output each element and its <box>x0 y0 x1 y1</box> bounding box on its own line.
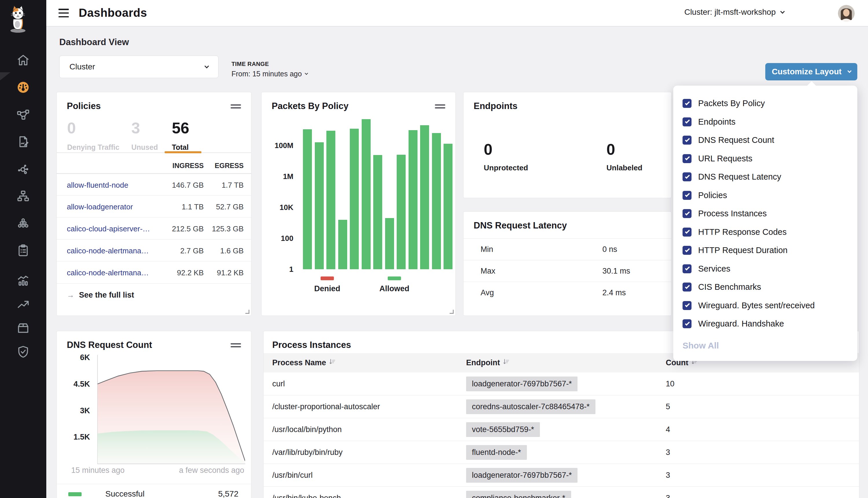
dropdown-item-label: Process Instances <box>698 209 767 218</box>
dns-legend-row: Successful 5,572 <box>57 484 251 498</box>
sort-icon <box>328 358 336 368</box>
bar-allowed-9 <box>409 130 417 270</box>
time-range-label: TIME RANGE <box>232 61 308 67</box>
drag-handle-icon[interactable] <box>231 104 241 110</box>
time-range-control: TIME RANGE From: 15 minutes ago <box>232 61 308 78</box>
policy-link[interactable]: calico-node-alertmana… <box>67 268 149 277</box>
checkbox-checked[interactable] <box>683 209 691 218</box>
dropdown-item-dns-request-count[interactable]: DNS Request Count <box>673 131 857 149</box>
customize-layout-label: Customize Layout <box>772 67 841 76</box>
cluster-switcher[interactable]: Cluster: jlt-msft-workshop <box>684 8 784 17</box>
policies-table: allow-fluentd-node 146.7 GB 1.7 TBallow-… <box>57 173 251 283</box>
col-header-process-name[interactable]: Process Name <box>272 358 336 368</box>
hamburger-menu-icon[interactable] <box>59 8 69 18</box>
sidebar-item-network-sets[interactable] <box>0 161 46 177</box>
dashboard-view-select[interactable]: Cluster <box>59 55 218 78</box>
checkbox-checked[interactable] <box>683 246 691 255</box>
dropdown-item-packets-by-policy[interactable]: Packets By Policy <box>673 94 857 113</box>
sidebar-item-dashboards[interactable] <box>0 79 46 95</box>
checkbox-checked[interactable] <box>683 117 691 126</box>
sidebar-item-service-graph[interactable] <box>0 106 46 123</box>
customize-layout-button[interactable]: Customize Layout <box>765 63 857 80</box>
policy-ingress-value: 146.7 GB <box>172 181 204 190</box>
dropdown-item-process-instances[interactable]: Process Instances <box>673 205 857 223</box>
checkbox-checked[interactable] <box>683 154 691 163</box>
bar-allowed-4 <box>350 129 359 269</box>
dropdown-item-cis-benchmarks[interactable]: CIS Benchmarks <box>673 278 857 297</box>
see-full-list-link[interactable]: → See the full list <box>67 291 134 300</box>
policy-egress-value: 52.7 GB <box>216 202 244 211</box>
y-tick-label: 1 <box>261 265 294 274</box>
checkbox-checked[interactable] <box>683 99 691 108</box>
time-range-value[interactable]: From: 15 minutes ago <box>232 70 308 78</box>
checkbox-checked[interactable] <box>683 301 691 310</box>
checkmark-icon <box>685 266 690 271</box>
endpoint-cell: loadgenerator-7697bb7567-* <box>466 377 578 391</box>
dropdown-item-wireguard-handshake[interactable]: Wireguard. Handshake <box>673 315 857 333</box>
drag-handle-icon[interactable] <box>231 343 241 349</box>
bar-allowed-2 <box>326 131 335 269</box>
sidebar-item-image-assurance[interactable] <box>0 320 46 336</box>
policy-ingress-value: 2.7 GB <box>180 246 204 255</box>
policies-stat-total[interactable]: 56Total <box>172 120 189 152</box>
y-tick-label: 100 <box>261 234 294 243</box>
col-header-endpoint[interactable]: Endpoint <box>466 358 510 368</box>
col-header-endpoint-label: Endpoint <box>466 358 500 367</box>
dropdown-item-policies[interactable]: Policies <box>673 186 857 205</box>
dropdown-item-label: DNS Request Latency <box>698 172 781 182</box>
endpoints-card: Endpoints 0Unprotected0Unlabeled <box>463 92 672 198</box>
workloads-icon <box>16 216 30 230</box>
process-table-body: curl loadgenerator-7697bb7567-* 10/clust… <box>263 372 859 498</box>
legend-item-denied: Denied <box>304 276 350 293</box>
policy-link[interactable]: allow-fluentd-node <box>67 181 128 190</box>
process-name-cell: /usr/bin/curl <box>272 471 313 480</box>
policy-link[interactable]: calico-node-alertmana… <box>67 246 149 255</box>
sidebar-item-home[interactable] <box>0 52 46 68</box>
dropdown-item-endpoints[interactable]: Endpoints <box>673 113 857 131</box>
legend-swatch <box>321 276 334 280</box>
endpoint-chip: compliance-benchmarker-* <box>466 491 571 498</box>
page-title: Dashboards <box>79 6 147 19</box>
dropdown-item-http-request-duration[interactable]: HTTP Request Duration <box>673 241 857 260</box>
endpoint-chip: coredns-autoscaler-7c88465478-* <box>466 399 595 414</box>
dropdown-item-http-response-codes[interactable]: HTTP Response Codes <box>673 223 857 241</box>
dropdown-item-label: HTTP Request Duration <box>698 246 788 255</box>
checkbox-checked[interactable] <box>683 319 691 328</box>
sidebar-item-workloads[interactable] <box>0 215 46 231</box>
user-avatar[interactable] <box>838 5 855 22</box>
checkbox-checked[interactable] <box>683 264 691 273</box>
sidebar-item-compliance[interactable] <box>0 243 46 259</box>
y-tick-label: 4.5K <box>63 379 90 389</box>
sidebar-item-policies[interactable] <box>0 134 46 150</box>
sidebar-item-timeline[interactable] <box>0 272 46 289</box>
policy-ingress-value: 92.2 KB <box>177 268 204 277</box>
process-row: /usr/bin/kube-bench compliance-benchmark… <box>263 487 859 498</box>
stat-value: 0 <box>67 120 119 136</box>
checkbox-checked[interactable] <box>683 136 691 145</box>
policies-stat-denying-traffic[interactable]: 0Denying Traffic <box>67 120 119 152</box>
dropdown-item-label: Services <box>698 264 730 274</box>
sidebar-item-threat-defense[interactable] <box>0 343 46 360</box>
dropdown-item-label: Wireguard. Bytes sent/received <box>698 301 815 310</box>
checkbox-checked[interactable] <box>683 227 691 237</box>
show-all-link[interactable]: Show All <box>683 341 857 351</box>
policy-link[interactable]: allow-loadgenerator <box>67 202 133 211</box>
sidebar-item-nodes[interactable] <box>0 188 46 204</box>
dropdown-item-wireguard-bytes-sent-received[interactable]: Wireguard. Bytes sent/received <box>673 297 857 315</box>
x-axis-label-start: 15 minutes ago <box>71 466 125 475</box>
timeline-icon <box>16 274 30 287</box>
policies-stat-unused[interactable]: 3Unused <box>131 120 158 152</box>
latency-row-min: Min 0 ns <box>464 238 671 260</box>
resize-handle[interactable] <box>245 310 249 314</box>
active-stat-underline <box>165 151 202 153</box>
dropdown-item-url-requests[interactable]: URL Requests <box>673 149 857 168</box>
dropdown-item-services[interactable]: Services <box>673 260 857 278</box>
resize-handle[interactable] <box>450 310 454 314</box>
count-cell: 3 <box>666 448 670 457</box>
policy-link[interactable]: calico-cloud-apiserver-… <box>67 224 150 233</box>
checkbox-checked[interactable] <box>683 283 691 291</box>
checkbox-checked[interactable] <box>683 191 691 200</box>
checkbox-checked[interactable] <box>683 172 691 181</box>
dropdown-item-dns-request-latency[interactable]: DNS Request Latency <box>673 168 857 186</box>
sidebar-item-threat-feeds[interactable] <box>0 296 46 312</box>
